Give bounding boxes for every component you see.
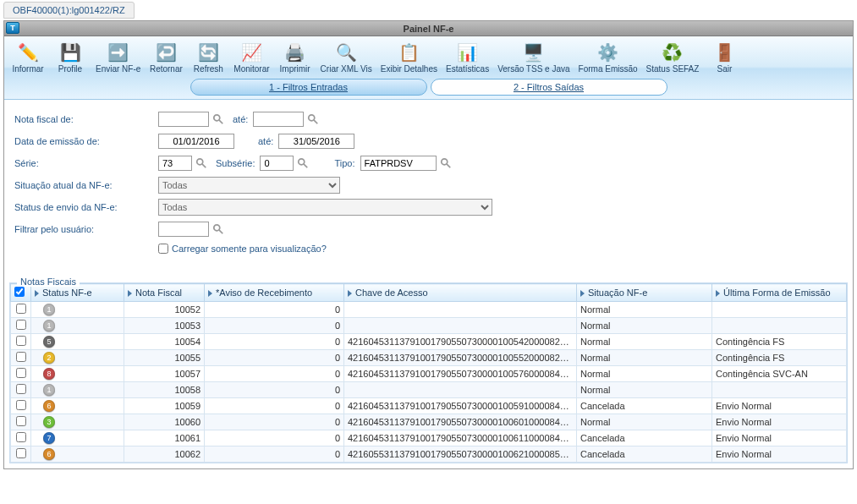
toolbar-informar-button[interactable]: ✏️Informar (8, 38, 48, 77)
label-nota-fiscal-de: Nota fiscal de: (14, 114, 158, 124)
usuario-input[interactable] (158, 222, 209, 237)
search-icon[interactable] (195, 157, 209, 171)
toolbar-label: Profile (58, 65, 82, 75)
toolbar-vers-o-tss-e-java-button[interactable]: 🖥️Versão TSS e Java (494, 38, 573, 77)
toolbar-retornar-button[interactable]: ↩️Retornar (146, 38, 186, 77)
titlebar: T Painel NF-e (4, 21, 853, 36)
cell-status: 1 (31, 382, 124, 398)
header-forma[interactable]: Última Forma de Emissão (712, 284, 847, 302)
toolbar-estat-sticas-button[interactable]: 📊Estatísticas (442, 38, 492, 77)
cell-aviso: 0 (205, 414, 344, 430)
subserie-input[interactable] (260, 156, 294, 171)
row-checkbox[interactable] (16, 432, 26, 442)
table-row[interactable]: 7100610421604531137910017905507300001006… (11, 430, 847, 446)
cell-aviso: 0 (205, 318, 344, 334)
table-row[interactable]: 8100570421604531137910017905507300001005… (11, 366, 847, 382)
table-row[interactable]: 6100620421605531137910017905507300001006… (11, 446, 847, 463)
svg-point-2 (309, 115, 315, 121)
app-tab[interactable]: OBF40000(1):lg001422/RZ (3, 2, 135, 19)
cell-aviso: 0 (205, 430, 344, 446)
cell-forma: Envio Normal (712, 414, 847, 430)
row-checkbox[interactable] (16, 320, 26, 330)
svg-point-4 (197, 159, 203, 165)
cell-status: 7 (31, 430, 124, 446)
toolbar-status-sefaz-button[interactable]: ♻️Status SEFAZ (643, 38, 703, 77)
toolbar-icon: ⚙️ (594, 40, 623, 65)
data-de-input[interactable] (158, 134, 234, 149)
toolbar-icon: 🚪 (710, 40, 739, 65)
toolbar-label: Retornar (150, 65, 183, 75)
toolbar-imprimir-button[interactable]: 🖨️Imprimir (275, 38, 316, 77)
tipo-input[interactable] (360, 156, 437, 171)
search-icon[interactable] (212, 113, 226, 127)
table-row[interactable]: 1100530Normal (11, 318, 847, 334)
table-row[interactable]: 2100550421604531137910017905507300001005… (11, 350, 847, 366)
header-chave[interactable]: Chave de Acesso (344, 284, 577, 302)
cell-status: 2 (31, 350, 124, 366)
cell-forma: Contingência SVC-AN (712, 366, 847, 382)
toolbar-exibir-detalhes-button[interactable]: 📋Exibir Detalhes (377, 38, 441, 77)
data-ate-input[interactable] (278, 134, 354, 149)
cell-nota-fiscal: 10053 (124, 318, 205, 334)
toolbar-sair-button[interactable]: 🚪Sair (704, 38, 744, 77)
row-checkbox[interactable] (16, 336, 26, 346)
search-icon[interactable] (307, 113, 321, 127)
table-row[interactable]: 1100580Normal (11, 382, 847, 398)
cell-status: 6 (31, 398, 124, 414)
toolbar-label: Status SEFAZ (646, 65, 700, 75)
toolbar: ✏️Informar💾Profile➡️Enviar NF-e↩️Retorna… (4, 36, 853, 100)
nota-fiscal-de-input[interactable] (158, 112, 209, 127)
header-situacao[interactable]: Situação NF-e (577, 284, 712, 302)
cell-situacao: Cancelada (577, 398, 712, 414)
cell-forma (712, 382, 847, 398)
toolbar-profile-button[interactable]: 💾Profile (50, 38, 91, 77)
search-icon[interactable] (297, 157, 310, 171)
toolbar-refresh-button[interactable]: 🔄Refresh (188, 38, 228, 77)
cell-situacao: Normal (577, 334, 712, 350)
status-dot-icon: 1 (43, 384, 55, 396)
cell-status: 3 (31, 414, 124, 430)
toolbar-enviar-nf-e-button[interactable]: ➡️Enviar NF-e (92, 38, 144, 77)
header-aviso[interactable]: *Aviso de Recebimento (205, 284, 344, 302)
tab-filtros-saidas[interactable]: 2 - Filtros Saídas (431, 79, 667, 96)
label-subserie: Subsérie: (216, 158, 255, 168)
cell-status: 6 (31, 446, 124, 463)
table-row[interactable]: 6100590421604531137910017905507300001005… (11, 398, 847, 414)
carregar-visualizacao-checkbox[interactable] (158, 244, 168, 254)
row-checkbox[interactable] (16, 384, 26, 394)
situacao-select[interactable]: Todas (158, 177, 340, 194)
svg-point-8 (441, 159, 447, 165)
table-row[interactable]: 1100520Normal (11, 302, 847, 318)
cell-aviso: 0 (205, 334, 344, 350)
row-checkbox[interactable] (16, 368, 26, 378)
search-icon[interactable] (440, 157, 453, 171)
cell-forma: Contingência FS (712, 350, 847, 366)
toolbar-monitorar-button[interactable]: 📈Monitorar (230, 38, 272, 77)
status-dot-icon: 1 (43, 320, 55, 331)
header-nota-fiscal[interactable]: Nota Fiscal (124, 284, 205, 302)
svg-point-6 (299, 159, 305, 165)
notas-fiscais-legend: Notas Fiscais (17, 277, 80, 287)
toolbar-icon: ♻️ (658, 40, 687, 65)
cell-forma: Contingência FS (712, 334, 847, 350)
tab-filtros-entradas[interactable]: 1 - Filtros Entradas (190, 79, 427, 96)
nota-fiscal-ate-input[interactable] (253, 112, 304, 127)
toolbar-criar-xml-vis-button[interactable]: 🔍Criar XML Vis (317, 38, 376, 77)
row-checkbox[interactable] (16, 352, 26, 362)
row-checkbox[interactable] (16, 448, 26, 458)
row-checkbox[interactable] (16, 304, 26, 314)
cell-status: 1 (31, 302, 124, 318)
cell-nota-fiscal: 10061 (124, 430, 205, 446)
serie-input[interactable] (158, 156, 192, 171)
status-envio-select[interactable]: Todas (158, 199, 492, 216)
status-dot-icon: 6 (43, 400, 55, 412)
search-icon[interactable] (212, 223, 226, 237)
row-checkbox[interactable] (16, 400, 26, 410)
toolbar-label: Estatísticas (446, 65, 489, 75)
table-row[interactable]: 5100540421604531137910017905507300001005… (11, 334, 847, 350)
cell-chave: 4216045311379100179055073000010060100008… (344, 414, 577, 430)
cell-forma (712, 318, 847, 334)
table-row[interactable]: 3100600421604531137910017905507300001006… (11, 414, 847, 430)
row-checkbox[interactable] (16, 416, 26, 426)
toolbar-forma-emiss-o-button[interactable]: ⚙️Forma Emissão (575, 38, 641, 77)
